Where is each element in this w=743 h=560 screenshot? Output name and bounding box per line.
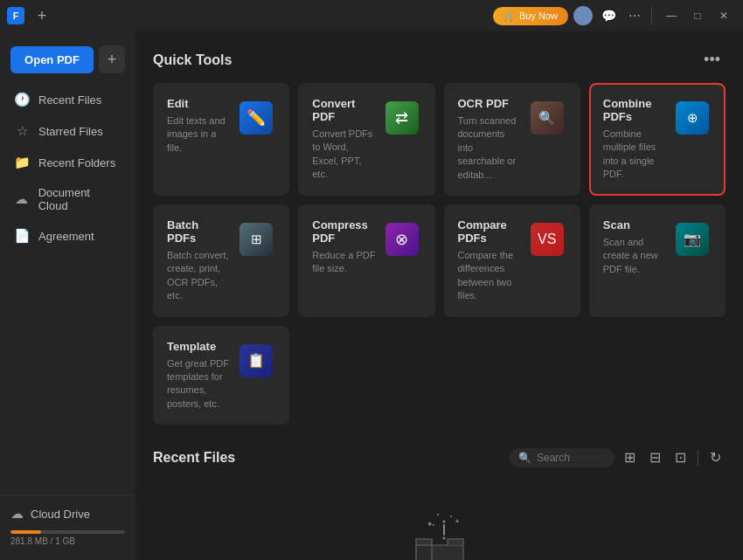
- more-options-button[interactable]: ⋯: [625, 7, 644, 24]
- tool-desc-convert: Convert PDFs to Word, Excel, PPT, etc.: [312, 128, 375, 182]
- buy-now-button[interactable]: 🛒 Buy Now: [493, 7, 568, 25]
- storage-usage-text: 281.8 MB / 1 GB: [10, 536, 125, 546]
- tool-card-compare[interactable]: Compare PDFs Compare the differences bet…: [444, 204, 580, 317]
- tool-desc-combine: Combine multiple files into a single PDF…: [603, 128, 666, 182]
- tool-icon-area-compare: VS: [528, 220, 566, 259]
- sidebar-item-label-recent-folders: Recent Folders: [38, 156, 115, 169]
- search-icon: 🔍: [518, 452, 531, 464]
- document-cloud-icon: ☁: [14, 191, 30, 207]
- tool-icon-area-ocr: 🔍: [528, 99, 566, 137]
- tool-card-scan[interactable]: Scan Scan and create a new PDF file. 📷: [589, 204, 726, 317]
- tool-card-convert-text: Convert PDF Convert PDFs to Word, Excel,…: [312, 97, 375, 182]
- tool-name-template: Template: [167, 340, 230, 353]
- compress-icon: ⊗: [385, 223, 419, 256]
- tool-card-compress-text: Compress PDF Reduce a PDF file size.: [312, 218, 375, 276]
- agreement-icon: 📄: [14, 228, 30, 244]
- sidebar-item-document-cloud[interactable]: ☁ Document Cloud: [0, 178, 135, 220]
- tool-name-compare: Compare PDFs: [458, 218, 521, 245]
- refresh-button[interactable]: ↻: [705, 446, 726, 469]
- view-grid-button[interactable]: ⊞: [620, 446, 640, 469]
- tool-desc-edit: Edit texts and images in a file.: [167, 114, 230, 155]
- recent-files-title: Recent Files: [153, 450, 235, 466]
- tool-name-compress: Compress PDF: [312, 218, 375, 245]
- tool-icon-area-scan: 📷: [673, 220, 712, 259]
- starred-files-icon: ☆: [14, 123, 30, 139]
- minimize-button[interactable]: —: [659, 3, 684, 28]
- sidebar-item-agreement[interactable]: 📄 Agreement: [0, 220, 135, 252]
- quick-tools-header: Quick Tools •••: [153, 49, 726, 71]
- svg-text:✦: ✦: [427, 520, 434, 529]
- sidebar-bottom: ☁ Cloud Drive 281.8 MB / 1 GB: [0, 494, 135, 553]
- tool-desc-batch: Batch convert, create, print, OCR PDFs, …: [167, 249, 230, 303]
- combine-icon: ⊕: [676, 101, 709, 135]
- cloud-drive-icon: ☁: [10, 506, 24, 522]
- scan-icon: 📷: [676, 223, 709, 256]
- tool-card-ocr-text: OCR PDF Turn scanned documents into sear…: [458, 97, 521, 182]
- svg-point-1: [442, 521, 445, 523]
- batch-icon: ⊞: [240, 223, 273, 256]
- avatar[interactable]: [573, 6, 593, 25]
- tool-card-batch-text: Batch PDFs Batch convert, create, print,…: [167, 218, 230, 303]
- view-list-button[interactable]: ⊟: [645, 446, 665, 469]
- recent-files-icon: 🕐: [14, 92, 30, 107]
- titlebar-left: F +: [7, 5, 52, 26]
- storage-bar-fill: [10, 530, 41, 534]
- tool-card-edit-text: Edit Edit texts and images in a file.: [167, 97, 230, 155]
- tool-desc-compress: Reduce a PDF file size.: [312, 249, 375, 276]
- tool-icon-area-batch: ⊞: [237, 220, 275, 259]
- empty-state: ✦ ✦ There aren't any recent files. Click…: [153, 480, 726, 560]
- view-folder-button[interactable]: ⊡: [670, 446, 691, 469]
- tool-name-batch: Batch PDFs: [167, 218, 230, 245]
- content-area: Quick Tools ••• Edit Edit texts and imag…: [135, 31, 743, 560]
- add-button[interactable]: +: [99, 45, 125, 73]
- tool-desc-ocr: Turn scanned documents into searchable o…: [458, 114, 521, 182]
- cloud-drive-label: Cloud Drive: [31, 508, 90, 521]
- window-controls: — □ ✕: [659, 3, 736, 28]
- cloud-drive-item[interactable]: ☁ Cloud Drive: [10, 502, 125, 525]
- template-icon: 📋: [240, 344, 273, 377]
- tool-card-ocr[interactable]: OCR PDF Turn scanned documents into sear…: [444, 83, 580, 196]
- open-pdf-button[interactable]: Open PDF: [10, 46, 94, 73]
- recent-folders-icon: 📁: [14, 155, 30, 170]
- sidebar-item-label-document-cloud: Document Cloud: [38, 186, 122, 212]
- view-divider: [698, 449, 698, 467]
- sidebar-item-starred-files[interactable]: ☆ Starred Files: [0, 115, 135, 147]
- sidebar-item-recent-files[interactable]: 🕐 Recent Files: [0, 84, 135, 115]
- tool-icon-area-template: 📋: [237, 342, 275, 380]
- search-bar[interactable]: 🔍: [510, 448, 615, 467]
- tool-card-batch[interactable]: Batch PDFs Batch convert, create, print,…: [153, 204, 289, 317]
- tool-name-scan: Scan: [603, 218, 666, 232]
- tool-card-scan-text: Scan Scan and create a new PDF file.: [603, 218, 666, 276]
- tool-card-template[interactable]: Template Get great PDF templates for res…: [153, 326, 289, 425]
- titlebar: F + 🛒 Buy Now 💬 ⋯ — □ ✕: [0, 0, 743, 31]
- chat-icon-button[interactable]: 💬: [598, 7, 620, 24]
- tool-icon-area-compress: ⊗: [383, 220, 421, 259]
- close-button[interactable]: ✕: [712, 3, 736, 28]
- quick-tools-more-button[interactable]: •••: [698, 49, 726, 71]
- tool-card-compare-text: Compare PDFs Compare the differences bet…: [458, 218, 521, 303]
- titlebar-right: 🛒 Buy Now 💬 ⋯ — □ ✕: [493, 3, 736, 28]
- new-tab-button[interactable]: +: [31, 5, 52, 26]
- sidebar-item-label-agreement: Agreement: [38, 230, 94, 243]
- cart-icon: 🛒: [503, 10, 516, 22]
- edit-icon: ✏️: [240, 101, 273, 135]
- tool-desc-compare: Compare the differences between two file…: [458, 249, 521, 303]
- tool-name-edit: Edit: [167, 97, 230, 110]
- convert-icon: ⇄: [385, 101, 419, 135]
- tool-desc-template: Get great PDF templates for resumes, pos…: [167, 357, 230, 411]
- tool-name-convert: Convert PDF: [312, 97, 375, 123]
- tool-card-convert[interactable]: Convert PDF Convert PDFs to Word, Excel,…: [298, 83, 434, 196]
- sidebar-item-recent-folders[interactable]: 📁 Recent Folders: [0, 147, 135, 178]
- tool-card-template-text: Template Get great PDF templates for res…: [167, 340, 230, 411]
- sidebar-item-label-recent-files: Recent Files: [38, 93, 101, 107]
- ocr-icon: 🔍: [531, 101, 564, 135]
- tool-icon-area-convert: ⇄: [383, 99, 421, 137]
- tool-card-edit[interactable]: Edit Edit texts and images in a file. ✏️: [153, 83, 289, 196]
- recent-files-tools: 🔍 ⊞ ⊟ ⊡ ↻: [510, 446, 726, 469]
- tool-card-combine-text: Combine PDFs Combine multiple files into…: [603, 97, 666, 182]
- search-input[interactable]: [537, 452, 607, 464]
- tool-card-combine[interactable]: Combine PDFs Combine multiple files into…: [589, 83, 726, 196]
- restore-button[interactable]: □: [685, 3, 710, 28]
- tool-card-compress[interactable]: Compress PDF Reduce a PDF file size. ⊗: [298, 204, 434, 317]
- storage-bar: [10, 530, 125, 534]
